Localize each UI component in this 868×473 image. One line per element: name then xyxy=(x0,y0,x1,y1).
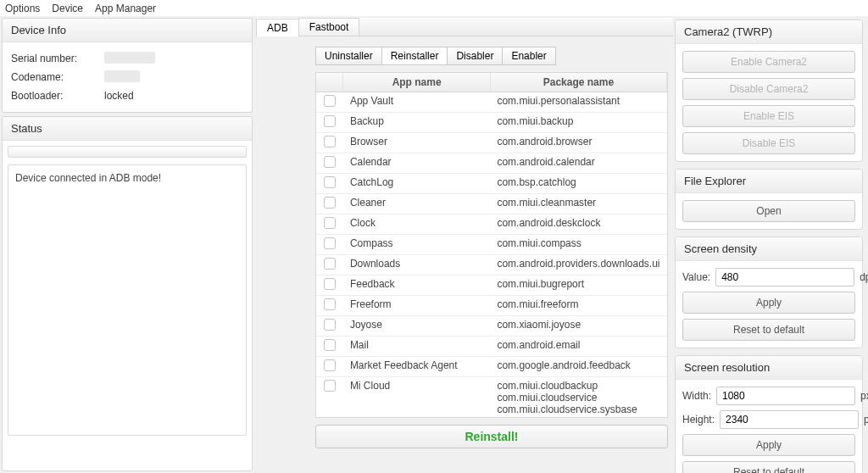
height-input[interactable] xyxy=(720,410,859,429)
open-explorer-button[interactable]: Open xyxy=(682,200,855,222)
app-name-cell: CatchLog xyxy=(343,174,491,194)
height-label: Height: xyxy=(682,414,715,426)
package-name-cell: com.android.providers.downloads.ui xyxy=(490,255,666,275)
table-row: App Vaultcom.miui.personalassistant xyxy=(316,92,667,113)
package-name-cell: com.xiaomi.joyose xyxy=(490,316,666,337)
enable-eis-button[interactable]: Enable EIS xyxy=(682,105,855,127)
row-checkbox[interactable] xyxy=(324,237,336,249)
col-package-name: Package name xyxy=(490,73,666,92)
package-name-cell: com.miui.cloudbackup com.miui.cloudservi… xyxy=(490,377,666,419)
subtab-uninstaller[interactable]: Uninstaller xyxy=(315,47,382,65)
file-explorer-panel: File Explorer Open xyxy=(675,169,863,230)
package-name-cell: com.miui.cleanmaster xyxy=(490,194,666,214)
package-name-cell: com.miui.personalassistant xyxy=(490,92,666,113)
app-name-cell: Joyose xyxy=(343,316,491,337)
col-app-name: App name xyxy=(343,73,491,92)
camera2-title: Camera2 (TWRP) xyxy=(676,20,862,44)
app-name-cell: App Vault xyxy=(343,92,491,113)
app-name-cell: Mail xyxy=(343,337,491,357)
status-title: Status xyxy=(3,117,252,141)
sub-tabbar: Uninstaller Reinstaller Disabler Enabler xyxy=(315,47,673,65)
disable-eis-button[interactable]: Disable EIS xyxy=(682,132,855,154)
row-checkbox[interactable] xyxy=(324,156,336,168)
table-row: Calendarcom.android.calendar xyxy=(316,153,667,174)
density-input[interactable] xyxy=(715,268,854,287)
package-name-cell: com.miui.backup xyxy=(490,113,666,133)
info-row-bootloader: Bootloader: locked xyxy=(11,86,243,105)
density-title: Screen density xyxy=(676,237,862,261)
density-reset-button[interactable]: Reset to default xyxy=(682,319,855,341)
app-name-cell: Feedback xyxy=(343,275,491,296)
codename-label: Codename: xyxy=(11,71,104,83)
density-value-label: Value: xyxy=(682,271,710,283)
subtab-reinstaller[interactable]: Reinstaller xyxy=(381,47,448,65)
row-checkbox[interactable] xyxy=(324,176,336,188)
bootloader-value: locked xyxy=(104,90,243,102)
row-checkbox[interactable] xyxy=(324,217,336,229)
row-checkbox[interactable] xyxy=(324,136,336,147)
package-name-cell: com.android.deskclock xyxy=(490,214,666,235)
row-checkbox[interactable] xyxy=(324,258,336,270)
resolution-apply-button[interactable]: Apply xyxy=(682,434,855,456)
app-table: App name Package name App Vaultcom.miui.… xyxy=(316,73,667,418)
table-row: Browsercom.android.browser xyxy=(316,133,667,153)
row-checkbox[interactable] xyxy=(324,319,336,331)
package-name-cell: com.miui.freeform xyxy=(490,296,666,316)
app-name-cell: Cleaner xyxy=(343,194,491,214)
row-checkbox[interactable] xyxy=(324,380,336,392)
app-name-cell: Downloads xyxy=(343,255,491,275)
row-checkbox[interactable] xyxy=(324,95,336,107)
row-checkbox[interactable] xyxy=(324,359,336,371)
package-name-cell: com.bsp.catchlog xyxy=(490,174,666,194)
app-table-container[interactable]: App name Package name App Vaultcom.miui.… xyxy=(315,72,668,418)
row-checkbox[interactable] xyxy=(324,339,336,351)
disable-camera2-button[interactable]: Disable Camera2 xyxy=(682,78,855,100)
package-name-cell: com.miui.compass xyxy=(490,235,666,255)
subtab-disabler[interactable]: Disabler xyxy=(447,47,503,65)
resolution-title: Screen resolution xyxy=(676,356,862,380)
table-row: CatchLogcom.bsp.catchlog xyxy=(316,174,667,194)
package-name-cell: com.android.browser xyxy=(490,133,666,153)
serial-value xyxy=(104,52,243,66)
table-row: Market Feedback Agentcom.google.android.… xyxy=(316,357,667,377)
col-checkbox xyxy=(316,73,343,92)
info-row-codename: Codename: xyxy=(11,68,243,86)
device-info-panel: Device Info Serial number: Codename: Boo… xyxy=(2,18,253,113)
tab-fastboot[interactable]: Fastboot xyxy=(298,18,360,36)
app-name-cell: Freeform xyxy=(343,296,491,316)
width-input[interactable] xyxy=(716,387,855,405)
width-label: Width: xyxy=(682,390,711,402)
app-name-cell: Market Feedback Agent xyxy=(343,357,491,377)
table-row: Feedbackcom.miui.bugreport xyxy=(316,275,667,296)
menu-device[interactable]: Device xyxy=(52,3,83,14)
density-panel: Screen density Value: dpi Apply Reset to… xyxy=(675,236,863,348)
resolution-panel: Screen resolution Width: px Height: px A… xyxy=(675,355,863,473)
row-checkbox[interactable] xyxy=(324,115,336,127)
package-name-cell: com.android.calendar xyxy=(490,153,666,174)
row-checkbox[interactable] xyxy=(324,197,336,209)
menu-options[interactable]: Options xyxy=(5,3,40,14)
resolution-reset-button[interactable]: Reset to default xyxy=(682,461,855,473)
reinstall-button[interactable]: Reinstall! xyxy=(315,425,668,448)
subtab-enabler[interactable]: Enabler xyxy=(502,47,555,65)
menubar: Options Device App Manager xyxy=(0,0,868,16)
table-row: Joyosecom.xiaomi.joyose xyxy=(316,316,667,337)
info-row-serial: Serial number: xyxy=(11,49,243,68)
density-apply-button[interactable]: Apply xyxy=(682,292,855,314)
app-name-cell: Browser xyxy=(343,133,491,153)
enable-camera2-button[interactable]: Enable Camera2 xyxy=(682,51,855,73)
bootloader-label: Bootloader: xyxy=(11,90,104,102)
row-checkbox[interactable] xyxy=(324,298,336,310)
density-unit: dpi xyxy=(860,271,868,283)
app-name-cell: Calendar xyxy=(343,153,491,174)
status-log: Device connected in ADB mode! xyxy=(8,164,247,436)
codename-value xyxy=(104,70,243,85)
row-checkbox[interactable] xyxy=(324,278,336,290)
menu-app-manager[interactable]: App Manager xyxy=(95,3,156,14)
app-name-cell: Clock xyxy=(343,214,491,235)
table-row: Compasscom.miui.compass xyxy=(316,235,667,255)
file-explorer-title: File Explorer xyxy=(676,170,862,193)
serial-label: Serial number: xyxy=(11,53,104,64)
table-row: Downloadscom.android.providers.downloads… xyxy=(316,255,667,275)
tab-adb[interactable]: ADB xyxy=(256,19,299,36)
